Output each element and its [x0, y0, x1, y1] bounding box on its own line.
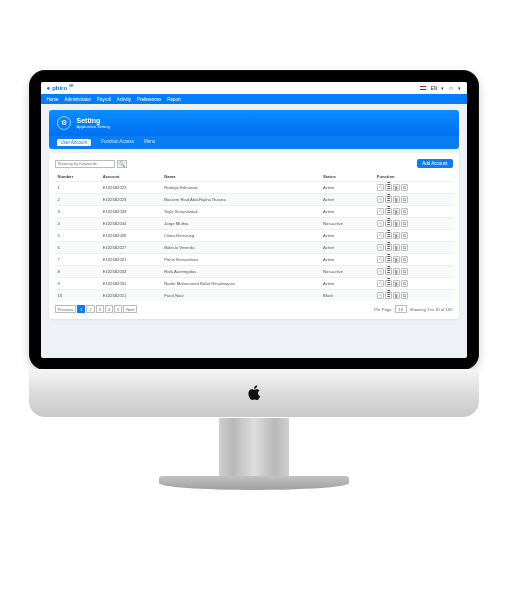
nav-activity[interactable]: Activity: [117, 97, 131, 102]
trash-icon[interactable]: 🗑: [393, 184, 400, 191]
nav-administrator[interactable]: Administrator: [65, 97, 92, 102]
copy-icon[interactable]: ⧉: [401, 268, 408, 275]
page-1[interactable]: 1: [77, 305, 85, 313]
trash-icon[interactable]: 🗑: [393, 292, 400, 299]
cell-number: 4: [55, 218, 100, 230]
trash-icon[interactable]: 🗑: [393, 280, 400, 287]
copy-icon[interactable]: ⧉: [401, 208, 408, 215]
table-body: 1E102682025Rodrigo EdmundsActive✎≣🗑⧉2E10…: [55, 182, 453, 302]
table-row[interactable]: 8E102682003Rafa AuermgolasNon-active✎≣🗑⧉: [55, 266, 453, 278]
list-icon[interactable]: ≣: [385, 196, 392, 203]
chevron-down-icon[interactable]: ▾: [458, 85, 461, 91]
cell-number: 6: [55, 242, 100, 254]
edit-icon[interactable]: ✎: [377, 280, 384, 287]
copy-icon[interactable]: ⧉: [401, 184, 408, 191]
copy-icon[interactable]: ⧉: [401, 220, 408, 227]
copy-icon[interactable]: ⧉: [401, 244, 408, 251]
user-icon[interactable]: ☺: [448, 85, 453, 91]
cell-function: ✎≣🗑⧉: [374, 194, 453, 206]
add-account-button[interactable]: Add Account: [417, 159, 452, 168]
cell-function: ✎≣🗑⧉: [374, 254, 453, 266]
search-input[interactable]: [55, 160, 115, 168]
cell-function: ✎≣🗑⧉: [374, 218, 453, 230]
nav-preferences[interactable]: Preferences: [137, 97, 161, 102]
list-icon[interactable]: ≣: [385, 244, 392, 251]
toolbar: 🔍 Add Account: [55, 159, 453, 168]
table-row[interactable]: 1E102682025Rodrigo EdmundsActive✎≣🗑⧉: [55, 182, 453, 194]
th-account[interactable]: Account: [100, 172, 162, 182]
list-icon[interactable]: ≣: [385, 256, 392, 263]
edit-icon[interactable]: ✎: [377, 220, 384, 227]
trash-icon[interactable]: 🗑: [393, 232, 400, 239]
tab-user-account[interactable]: User Account: [57, 139, 92, 146]
page-3[interactable]: 3: [96, 305, 104, 313]
cell-account: E102682044: [100, 218, 162, 230]
table-row[interactable]: 5E102682009Libow BerezuegActive✎≣🗑⧉: [55, 230, 453, 242]
cell-number: 7: [55, 254, 100, 266]
copy-icon[interactable]: ⧉: [401, 256, 408, 263]
list-icon[interactable]: ≣: [385, 280, 392, 287]
cell-name: Rafa Auermgolas: [161, 266, 320, 278]
perpage-label: Per Page: [374, 307, 391, 312]
th-name[interactable]: Name: [161, 172, 320, 182]
language-label[interactable]: EN: [430, 85, 437, 91]
edit-icon[interactable]: ✎: [377, 268, 384, 275]
cell-status: Active: [320, 278, 374, 290]
trash-icon[interactable]: 🗑: [393, 196, 400, 203]
list-icon[interactable]: ≣: [385, 208, 392, 215]
copy-icon[interactable]: ⧉: [401, 196, 408, 203]
th-function[interactable]: Function: [374, 172, 453, 182]
chevron-down-icon[interactable]: ▾: [441, 85, 444, 91]
table-row[interactable]: 4E102682044Jorge MuthiaNon-active✎≣🗑⧉: [55, 218, 453, 230]
table-row[interactable]: 9E102682031Nader Mohammed Baâd Gimulwaym…: [55, 278, 453, 290]
trash-icon[interactable]: 🗑: [393, 220, 400, 227]
copy-icon[interactable]: ⧉: [401, 292, 408, 299]
list-icon[interactable]: ≣: [385, 220, 392, 227]
flag-icon[interactable]: [420, 86, 426, 90]
cell-number: 1: [55, 182, 100, 194]
copy-icon[interactable]: ⧉: [401, 232, 408, 239]
search-button[interactable]: 🔍: [117, 160, 127, 168]
page-5[interactable]: 5: [114, 305, 122, 313]
edit-icon[interactable]: ✎: [377, 292, 384, 299]
page-4[interactable]: 4: [105, 305, 113, 313]
edit-icon[interactable]: ✎: [377, 196, 384, 203]
table-row[interactable]: 10E102682011Farid NourBlock✎≣🗑⧉: [55, 290, 453, 302]
page-prev[interactable]: Previous: [55, 305, 77, 313]
nav-home[interactable]: Home: [47, 97, 59, 102]
cell-account: E102682031: [100, 278, 162, 290]
tab-menu[interactable]: Menu: [144, 139, 155, 146]
brand[interactable]: ● phiro HR: [47, 85, 74, 91]
trash-icon[interactable]: 🗑: [393, 244, 400, 251]
page-2[interactable]: 2: [86, 305, 94, 313]
tab-function-access[interactable]: Function Access: [101, 139, 134, 146]
cell-number: 3: [55, 206, 100, 218]
edit-icon[interactable]: ✎: [377, 232, 384, 239]
page-next[interactable]: Next: [123, 305, 137, 313]
list-icon[interactable]: ≣: [385, 184, 392, 191]
edit-icon[interactable]: ✎: [377, 184, 384, 191]
trash-icon[interactable]: 🗑: [393, 256, 400, 263]
list-icon[interactable]: ≣: [385, 292, 392, 299]
edit-icon[interactable]: ✎: [377, 256, 384, 263]
table-row[interactable]: 7E102682001Pähni RamustbowActive✎≣🗑⧉: [55, 254, 453, 266]
cell-name: Farid Nour: [161, 290, 320, 302]
list-icon[interactable]: ≣: [385, 232, 392, 239]
perpage-select[interactable]: 10: [395, 305, 407, 313]
nav-report[interactable]: Report: [167, 97, 181, 102]
th-number[interactable]: Number: [55, 172, 100, 182]
copy-icon[interactable]: ⧉: [401, 280, 408, 287]
edit-icon[interactable]: ✎: [377, 208, 384, 215]
th-status[interactable]: Status: [320, 172, 374, 182]
content-card: 🔍 Add Account Number Account Name Status: [49, 153, 459, 319]
list-icon[interactable]: ≣: [385, 268, 392, 275]
trash-icon[interactable]: 🗑: [393, 208, 400, 215]
table-row[interactable]: 3E102682033Sejla SimundzâakActive✎≣🗑⧉: [55, 206, 453, 218]
edit-icon[interactable]: ✎: [377, 244, 384, 251]
table-row[interactable]: 2E102682023Bassem Riad Abd-Rajiha Guiarr…: [55, 194, 453, 206]
trash-icon[interactable]: 🗑: [393, 268, 400, 275]
monitor-bezel: ● phiro HR EN ▾ ☺ ▾ Home Administrator P…: [29, 70, 479, 370]
nav-payroll[interactable]: Payroll: [97, 97, 111, 102]
brand-suffix: HR: [69, 84, 73, 88]
table-row[interactable]: 6E102682027Boleslo VeverdaActive✎≣🗑⧉: [55, 242, 453, 254]
